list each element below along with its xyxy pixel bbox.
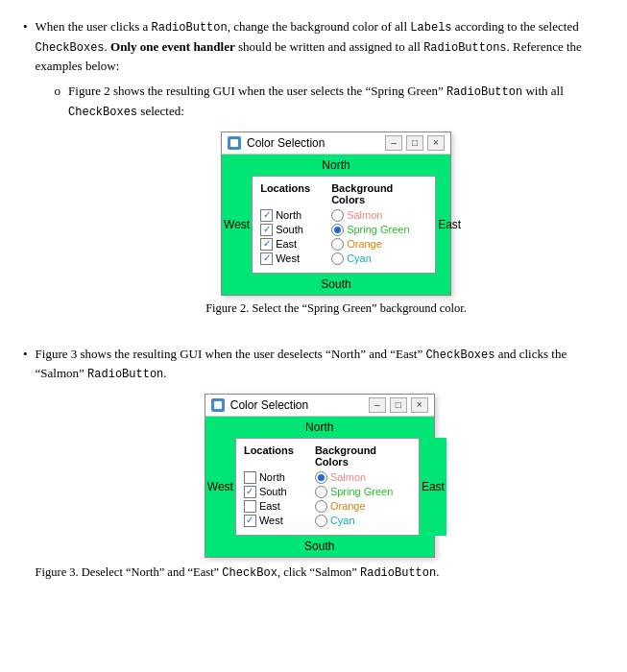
- paragraph-1: When the user clicks a RadioButton, chan…: [36, 17, 604, 76]
- check-north-3: North: [244, 471, 311, 484]
- checkbox-west-3[interactable]: [244, 515, 256, 527]
- titlebar-title-3: Color Selection: [230, 398, 363, 412]
- radio-springgreen-2: Spring Green: [331, 224, 427, 236]
- loc-north-2: North: [276, 209, 301, 221]
- bullet-1-content: When the user clicks a RadioButton, chan…: [36, 17, 604, 335]
- titlebar-title-2: Color Selection: [247, 136, 379, 150]
- radiobutton-springgreen-3[interactable]: [315, 486, 327, 498]
- bold-one-event: Only one event handler: [110, 39, 235, 54]
- window-body-3: North West Locations Background Colors: [205, 417, 434, 557]
- north-label-3: North: [205, 417, 434, 438]
- row-west-2: West Cyan: [260, 252, 427, 265]
- check-west-2: West: [260, 252, 327, 265]
- bullet-dot-2: •: [23, 347, 28, 588]
- loc-south-2: South: [276, 224, 303, 235]
- radiobutton-cyan-2[interactable]: [331, 252, 344, 265]
- code-checkboxes-3: CheckBoxes: [425, 348, 494, 362]
- maximize-btn-2[interactable]: □: [406, 135, 423, 151]
- east-label-2: East: [436, 176, 463, 274]
- checkbox-south-2[interactable]: [260, 224, 273, 236]
- checkbox-north-3[interactable]: [244, 471, 256, 484]
- color-cyan-2: Cyan: [347, 252, 372, 264]
- titlebar-controls-2: – □ ×: [385, 135, 445, 151]
- loc-east-3: East: [259, 500, 280, 512]
- figure-2-window: Color Selection – □ × North: [221, 132, 451, 296]
- window-sides-2: West Locations Background Colors: [222, 176, 450, 274]
- radio-salmon-3: Salmon: [315, 471, 411, 484]
- radio-springgreen-3: Spring Green: [315, 486, 411, 498]
- checkbox-east-2[interactable]: [260, 238, 273, 251]
- col-loc-header-2: Locations: [260, 182, 327, 205]
- window-sides-3: West Locations Background Colors: [205, 438, 434, 536]
- radio-orange-3: Orange: [315, 500, 411, 513]
- row-north-3: North Salmon: [244, 471, 411, 484]
- titlebar-3: Color Selection – □ ×: [205, 395, 434, 417]
- check-south-2: South: [260, 224, 327, 236]
- check-east-3: East: [244, 500, 311, 513]
- code-radiobutton-3: RadioButton: [87, 368, 163, 381]
- south-label-3: South: [205, 536, 434, 557]
- sub-bullet-content-1: Figure 2 shows the resulting GUI when th…: [68, 82, 604, 328]
- east-label-3: East: [420, 438, 446, 536]
- loc-north-3: North: [259, 471, 285, 483]
- caption-code-checkbox: CheckBox: [222, 566, 277, 580]
- close-btn-2[interactable]: ×: [427, 135, 445, 151]
- check-west-3: West: [244, 515, 311, 527]
- titlebar-controls-3: – □ ×: [369, 397, 428, 413]
- figure-2-caption: Figure 2. Select the “Spring Green” back…: [68, 301, 604, 316]
- checkbox-east-3[interactable]: [244, 500, 256, 513]
- close-btn-3[interactable]: ×: [411, 397, 428, 413]
- radiobutton-salmon-2[interactable]: [331, 209, 344, 222]
- maximize-btn-3[interactable]: □: [390, 397, 407, 413]
- south-label-2: South: [222, 274, 450, 295]
- check-north-2: North: [260, 209, 327, 222]
- radiobutton-springgreen-2[interactable]: [331, 224, 344, 236]
- radio-salmon-2: Salmon: [331, 209, 427, 222]
- minimize-btn-2[interactable]: –: [385, 135, 402, 151]
- code-radiobutton-1: RadioButton: [152, 21, 228, 35]
- col-color-header-3: Background Colors: [315, 444, 411, 468]
- caption-code-radiobutton: RadioButton: [360, 566, 436, 580]
- figure-3-caption: Figure 3. Deselect “North” and “East” Ch…: [36, 564, 604, 583]
- titlebar-2: Color Selection – □ ×: [222, 132, 450, 155]
- code-checkboxes-1: CheckBoxes: [36, 41, 105, 55]
- inner-box-3: Locations Background Colors North: [235, 438, 420, 536]
- checkbox-south-3[interactable]: [244, 486, 256, 498]
- radiobutton-orange-2[interactable]: [331, 238, 344, 251]
- figure-3-wrap: Color Selection – □ × North West: [36, 394, 604, 558]
- north-label-2: North: [222, 155, 450, 176]
- inner-box-2: Locations Background Colors North: [252, 176, 436, 274]
- row-north-2: North Salmon: [260, 209, 427, 222]
- table-header-2: Locations Background Colors: [260, 182, 427, 205]
- figure-2-wrap: Color Selection – □ × North: [68, 132, 604, 296]
- color-cyan-3: Cyan: [330, 515, 355, 526]
- west-label-2: West: [222, 176, 252, 274]
- color-salmon-3: Salmon: [330, 471, 366, 483]
- code-labels: Labels: [410, 21, 451, 35]
- color-orange-2: Orange: [347, 238, 382, 250]
- west-label-3: West: [205, 438, 235, 536]
- figure-3-window: Color Selection – □ × North West: [205, 394, 435, 558]
- bullet-2: • Figure 3 shows the resulting GUI when …: [23, 345, 604, 588]
- radiobutton-salmon-3[interactable]: [315, 471, 327, 484]
- radiobutton-orange-3[interactable]: [315, 500, 327, 513]
- loc-east-2: East: [276, 238, 297, 250]
- radio-cyan-3: Cyan: [315, 515, 411, 527]
- row-east-2: East Orange: [260, 238, 427, 251]
- minimize-btn-3[interactable]: –: [369, 397, 386, 413]
- loc-west-2: West: [276, 252, 300, 264]
- table-header-3: Locations Background Colors: [244, 444, 411, 468]
- checkbox-west-2[interactable]: [260, 252, 273, 265]
- paragraph-2: Figure 3 shows the resulting GUI when th…: [36, 345, 604, 384]
- row-south-3: South Spring Green: [244, 486, 411, 498]
- col-loc-header-3: Locations: [244, 444, 311, 468]
- color-salmon-2: Salmon: [347, 209, 382, 221]
- checkbox-north-2[interactable]: [260, 209, 273, 222]
- radio-cyan-2: Cyan: [331, 252, 427, 265]
- code-radiobutton-2: RadioButton: [446, 85, 522, 99]
- radiobutton-cyan-3[interactable]: [315, 515, 327, 527]
- window-body-2: North West Locations Background Colors: [222, 155, 450, 295]
- col-color-header-2: Background Colors: [331, 182, 427, 205]
- sub-para-1: Figure 2 shows the resulting GUI when th…: [68, 82, 604, 121]
- titlebar-icon-3: [211, 398, 225, 412]
